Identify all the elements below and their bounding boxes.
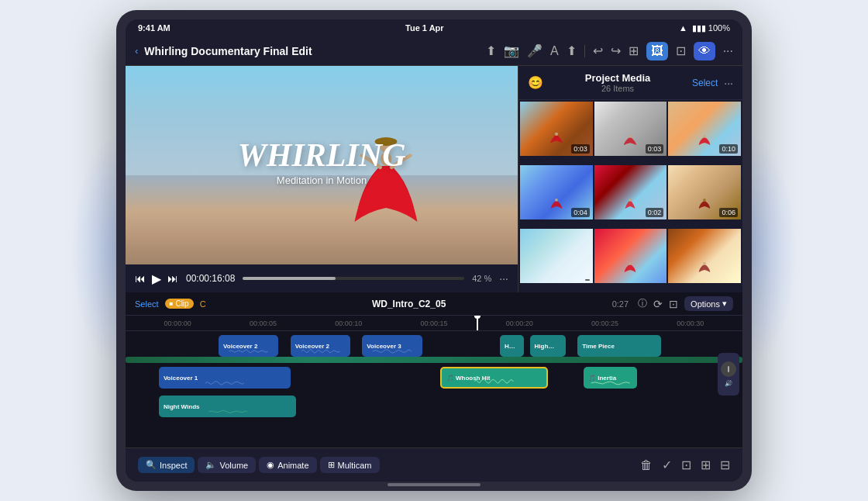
options-label: Options (691, 299, 720, 309)
preview-area: WHIRLING Meditation in Motion ⏮ ▶ ⏭ 00:0… (126, 66, 518, 292)
check-icon[interactable]: ✓ (662, 458, 672, 472)
ipad-screen: 9:41 AM Tue 1 Apr ▲ ▮▮▮ 100% ‹ Whirling … (126, 19, 742, 482)
timeline-ruler: 00:00:00 00:00:05 00:00:10 00:00:15 00:0… (126, 316, 742, 331)
media-thumbnail[interactable]: 0:02 (594, 165, 667, 219)
media-thumbnail[interactable] (668, 229, 741, 283)
thumb-figure (622, 126, 639, 154)
bottom-toolbar: 🔍 Inspect 🔈 Volume ◉ Animate ⊞ Multicam (126, 447, 742, 482)
media-more-button[interactable]: ··· (724, 77, 733, 89)
more-icon[interactable]: ··· (723, 44, 733, 58)
bottom-right-tools: 🗑 ✓ ⊡ ⊞ ⊟ (640, 458, 730, 472)
clip-split-icon[interactable]: ⊡ (681, 458, 691, 472)
skip-forward-button[interactable]: ⏭ (167, 272, 178, 285)
share-icon[interactable]: ⬆ (567, 43, 577, 58)
fullscreen-icon[interactable]: ⊡ (669, 298, 678, 310)
knob-indicator (728, 366, 729, 372)
back-button[interactable]: ‹ (135, 45, 138, 57)
playback-bar: ⏮ ▶ ⏭ 00:00:16:08 42 % ··· (126, 264, 518, 292)
inertia-clip[interactable]: 🎵 Inertia (584, 367, 637, 389)
thumb-duration: 0:10 (719, 144, 738, 154)
tracks-container: Voiceover 2 Voiceover 2 Vo (126, 331, 742, 447)
media-thumbnail[interactable]: 0:10 (668, 102, 741, 156)
text-icon[interactable]: A (550, 44, 559, 58)
voiceover1-clip[interactable]: Voiceover 1 (159, 367, 291, 389)
thumb-figure (622, 254, 639, 281)
toolbar-icons: ⬆ 📷 🎤 A ⬆ ↩ ↪ ⊞ 🖼 ⊡ 👁 ··· (486, 42, 733, 60)
high-clip[interactable]: High… (530, 335, 566, 357)
photo-icon[interactable]: 🖼 (646, 42, 668, 60)
playback-more-button[interactable]: ··· (499, 272, 508, 285)
thumb-duration (585, 279, 590, 281)
adjust-icon[interactable]: ⟳ (653, 298, 663, 310)
voiceover2-clip-1[interactable]: Voiceover 2 (219, 335, 278, 357)
export-icon[interactable]: ⬆ (486, 43, 496, 58)
multicam-icon: ⊞ (328, 460, 335, 470)
detach-icon[interactable]: ⊟ (720, 458, 730, 472)
whoosh-hit-clip[interactable]: 🎵 Whoosh Hit (440, 367, 548, 389)
svg-point-4 (629, 135, 632, 138)
volume-button[interactable]: 🔈 Volume (198, 457, 256, 473)
main-content: WHIRLING Meditation in Motion ⏮ ▶ ⏭ 00:0… (126, 66, 742, 292)
clip-badge-icon: ■ (170, 300, 174, 307)
media-thumbnail[interactable] (520, 229, 593, 283)
main-video-track[interactable] (126, 357, 742, 363)
clip-info-icon[interactable]: ⓘ (638, 297, 647, 310)
timeline-tools: ⟳ ⊡ Options ▾ (653, 296, 733, 311)
time-display: 00:00:16:08 (186, 273, 235, 284)
waveform (159, 379, 291, 387)
thumb-duration: 0:03 (646, 144, 664, 154)
media-thumbnail[interactable]: 0:06 (668, 165, 741, 219)
video-title-sub: Meditation in Motion (237, 174, 405, 186)
wifi-icon: ▲ (679, 23, 687, 33)
waveform (291, 347, 350, 355)
clip-c-label: C (200, 299, 206, 309)
media-thumbnail[interactable]: 0:04 (520, 165, 593, 219)
media-thumbnail[interactable]: 0:03 (520, 102, 593, 156)
undo-icon[interactable]: ↩ (593, 43, 603, 58)
display-icon[interactable]: ⊡ (676, 43, 686, 58)
media-thumbnail[interactable] (594, 229, 667, 283)
redo-icon[interactable]: ↪ (611, 43, 621, 58)
animate-button[interactable]: ◉ Animate (259, 457, 316, 473)
timepiece-clip[interactable]: Time Piece (577, 335, 661, 357)
svg-point-8 (703, 199, 706, 202)
eye-icon[interactable]: 👁 (694, 42, 715, 60)
thumb-figure (696, 190, 713, 217)
thumb-figure (548, 190, 565, 217)
svg-point-3 (555, 133, 558, 136)
options-button[interactable]: Options ▾ (684, 296, 733, 311)
clip-label-text: H… (505, 343, 515, 350)
divider (584, 45, 585, 57)
emoji-button[interactable]: 😊 (528, 75, 543, 90)
media-thumbnail[interactable]: 0:03 (594, 102, 667, 156)
ruler-mark: 00:00:25 (562, 320, 647, 327)
play-button[interactable]: ▶ (152, 271, 161, 286)
multicam-button[interactable]: ⊞ Multicam (320, 457, 380, 473)
mic-icon[interactable]: 🎤 (527, 43, 542, 58)
voiceover2-clip-2[interactable]: Voiceover 2 (291, 335, 350, 357)
animate-label: Animate (277, 461, 308, 470)
voiceover3-clip[interactable]: Voiceover 3 (362, 335, 422, 357)
waveform (584, 379, 637, 387)
media-panel-title: Project Media (543, 72, 692, 84)
inspect-button[interactable]: 🔍 Inspect (138, 457, 195, 473)
progress-bar[interactable] (243, 277, 464, 280)
volume-knob[interactable] (721, 361, 736, 377)
ruler-mark: 00:00:00 (135, 320, 220, 327)
h-clip[interactable]: H… (500, 335, 524, 357)
track-row-1: Voiceover 2 Voiceover 2 Vo (135, 334, 733, 358)
volume-knob-area: 🔊 (718, 353, 739, 396)
ipad-frame: 9:41 AM Tue 1 Apr ▲ ▮▮▮ 100% ‹ Whirling … (116, 10, 752, 491)
camera-icon[interactable]: 📷 (504, 43, 519, 58)
grid-icon[interactable]: ⊞ (629, 43, 639, 58)
arrange-icon[interactable]: ⊞ (701, 458, 711, 472)
timeline-select-button[interactable]: Select (135, 299, 159, 309)
delete-icon[interactable]: 🗑 (640, 458, 653, 472)
thumb-figure (696, 254, 713, 281)
playhead-top (474, 316, 480, 319)
skip-back-button[interactable]: ⏮ (135, 272, 146, 285)
volume-icon: 🔈 (205, 460, 216, 470)
clip-label-text: Time Piece (582, 343, 615, 350)
media-select-button[interactable]: Select (692, 78, 718, 88)
night-winds-clip[interactable]: Night Winds (159, 396, 297, 417)
